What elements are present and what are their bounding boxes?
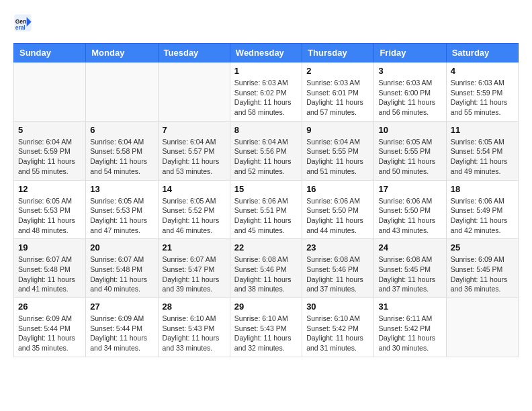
calendar-cell: 29Sunrise: 6:10 AM Sunset: 5:43 PM Dayli…: [230, 298, 302, 357]
day-info: Sunrise: 6:10 AM Sunset: 5:43 PM Dayligh…: [234, 314, 298, 353]
day-number: 28: [163, 302, 226, 312]
day-number: 21: [163, 242, 226, 253]
weekday-header-tuesday: Tuesday: [158, 44, 230, 62]
calendar-week-3: 12Sunrise: 6:05 AM Sunset: 5:53 PM Dayli…: [14, 180, 519, 239]
calendar-cell: 2Sunrise: 6:03 AM Sunset: 6:01 PM Daylig…: [302, 62, 374, 122]
day-number: 29: [234, 302, 298, 312]
day-info: Sunrise: 6:05 AM Sunset: 5:53 PM Dayligh…: [18, 196, 81, 236]
day-number: 31: [378, 302, 441, 312]
day-info: Sunrise: 6:09 AM Sunset: 5:44 PM Dayligh…: [90, 314, 153, 353]
day-info: Sunrise: 6:09 AM Sunset: 5:45 PM Dayligh…: [451, 255, 514, 294]
calendar-cell: 1Sunrise: 6:03 AM Sunset: 6:02 PM Daylig…: [230, 62, 302, 122]
calendar-cell: 5Sunrise: 6:04 AM Sunset: 5:59 PM Daylig…: [14, 121, 86, 180]
calendar-table: SundayMondayTuesdayWednesdayThursdayFrid…: [13, 43, 519, 357]
calendar-cell: 9Sunrise: 6:04 AM Sunset: 5:55 PM Daylig…: [302, 121, 374, 180]
calendar-cell: 22Sunrise: 6:08 AM Sunset: 5:46 PM Dayli…: [230, 239, 302, 298]
day-number: 27: [90, 302, 153, 312]
calendar-cell: 13Sunrise: 6:05 AM Sunset: 5:53 PM Dayli…: [86, 180, 158, 239]
calendar-cell: 21Sunrise: 6:07 AM Sunset: 5:47 PM Dayli…: [158, 239, 230, 298]
day-number: 16: [306, 184, 369, 194]
day-info: Sunrise: 6:09 AM Sunset: 5:44 PM Dayligh…: [18, 314, 81, 353]
day-number: 14: [163, 184, 226, 194]
weekday-header-wednesday: Wednesday: [230, 44, 302, 62]
calendar-cell: [86, 62, 158, 122]
calendar-cell: 28Sunrise: 6:10 AM Sunset: 5:43 PM Dayli…: [158, 298, 230, 357]
day-number: 1: [234, 66, 298, 76]
day-info: Sunrise: 6:04 AM Sunset: 5:56 PM Dayligh…: [234, 137, 298, 177]
logo: Gen eral: [13, 13, 34, 32]
day-info: Sunrise: 6:05 AM Sunset: 5:55 PM Dayligh…: [378, 137, 441, 177]
day-number: 2: [306, 66, 369, 76]
day-info: Sunrise: 6:08 AM Sunset: 5:45 PM Dayligh…: [378, 255, 441, 294]
day-info: Sunrise: 6:04 AM Sunset: 5:55 PM Dayligh…: [306, 137, 369, 177]
weekday-header-monday: Monday: [86, 44, 158, 62]
calendar-cell: 24Sunrise: 6:08 AM Sunset: 5:45 PM Dayli…: [374, 239, 446, 298]
day-info: Sunrise: 6:06 AM Sunset: 5:51 PM Dayligh…: [234, 196, 298, 236]
day-number: 9: [306, 125, 369, 135]
weekday-header-friday: Friday: [374, 44, 446, 62]
day-info: Sunrise: 6:05 AM Sunset: 5:53 PM Dayligh…: [90, 196, 153, 236]
calendar-cell: 16Sunrise: 6:06 AM Sunset: 5:50 PM Dayli…: [302, 180, 374, 239]
calendar-cell: 20Sunrise: 6:07 AM Sunset: 5:48 PM Dayli…: [86, 239, 158, 298]
day-number: 26: [18, 302, 81, 312]
day-info: Sunrise: 6:04 AM Sunset: 5:59 PM Dayligh…: [18, 137, 81, 177]
day-info: Sunrise: 6:08 AM Sunset: 5:46 PM Dayligh…: [234, 255, 298, 294]
calendar-cell: 12Sunrise: 6:05 AM Sunset: 5:53 PM Dayli…: [14, 180, 86, 239]
weekday-header-saturday: Saturday: [446, 44, 518, 62]
day-number: 13: [90, 184, 153, 194]
day-info: Sunrise: 6:05 AM Sunset: 5:54 PM Dayligh…: [451, 137, 514, 177]
day-number: 10: [378, 125, 441, 135]
day-info: Sunrise: 6:04 AM Sunset: 5:57 PM Dayligh…: [163, 137, 226, 177]
calendar-cell: 7Sunrise: 6:04 AM Sunset: 5:57 PM Daylig…: [158, 121, 230, 180]
calendar-cell: [158, 62, 230, 122]
calendar-cell: 15Sunrise: 6:06 AM Sunset: 5:51 PM Dayli…: [230, 180, 302, 239]
logo-icon: Gen eral: [13, 13, 32, 32]
day-info: Sunrise: 6:10 AM Sunset: 5:43 PM Dayligh…: [163, 314, 226, 353]
day-number: 3: [378, 66, 441, 76]
calendar-cell: 30Sunrise: 6:10 AM Sunset: 5:42 PM Dayli…: [302, 298, 374, 357]
weekday-header-sunday: Sunday: [14, 44, 86, 62]
day-number: 25: [451, 242, 514, 253]
day-info: Sunrise: 6:03 AM Sunset: 6:01 PM Dayligh…: [306, 78, 369, 118]
day-info: Sunrise: 6:08 AM Sunset: 5:46 PM Dayligh…: [306, 255, 369, 294]
day-number: 24: [378, 242, 441, 253]
day-info: Sunrise: 6:06 AM Sunset: 5:50 PM Dayligh…: [378, 196, 441, 236]
calendar-cell: 8Sunrise: 6:04 AM Sunset: 5:56 PM Daylig…: [230, 121, 302, 180]
calendar-cell: 23Sunrise: 6:08 AM Sunset: 5:46 PM Dayli…: [302, 239, 374, 298]
calendar-week-4: 19Sunrise: 6:07 AM Sunset: 5:48 PM Dayli…: [14, 239, 519, 298]
calendar-week-1: 1Sunrise: 6:03 AM Sunset: 6:02 PM Daylig…: [14, 62, 519, 122]
day-info: Sunrise: 6:03 AM Sunset: 6:02 PM Dayligh…: [234, 78, 298, 118]
calendar-cell: [446, 298, 518, 357]
day-info: Sunrise: 6:06 AM Sunset: 5:49 PM Dayligh…: [451, 196, 514, 236]
calendar-cell: 6Sunrise: 6:04 AM Sunset: 5:58 PM Daylig…: [86, 121, 158, 180]
calendar-cell: [14, 62, 86, 122]
day-info: Sunrise: 6:07 AM Sunset: 5:47 PM Dayligh…: [163, 255, 226, 294]
day-info: Sunrise: 6:03 AM Sunset: 5:59 PM Dayligh…: [451, 78, 514, 118]
calendar-cell: 19Sunrise: 6:07 AM Sunset: 5:48 PM Dayli…: [14, 239, 86, 298]
day-info: Sunrise: 6:05 AM Sunset: 5:52 PM Dayligh…: [163, 196, 226, 236]
svg-text:eral: eral: [15, 24, 26, 31]
day-number: 15: [234, 184, 298, 194]
calendar-cell: 14Sunrise: 6:05 AM Sunset: 5:52 PM Dayli…: [158, 180, 230, 239]
day-number: 7: [163, 125, 226, 135]
calendar-week-5: 26Sunrise: 6:09 AM Sunset: 5:44 PM Dayli…: [14, 298, 519, 357]
day-number: 23: [306, 242, 369, 253]
calendar-header-row: SundayMondayTuesdayWednesdayThursdayFrid…: [14, 44, 519, 62]
calendar-cell: 17Sunrise: 6:06 AM Sunset: 5:50 PM Dayli…: [374, 180, 446, 239]
day-number: 17: [378, 184, 441, 194]
calendar-cell: 27Sunrise: 6:09 AM Sunset: 5:44 PM Dayli…: [86, 298, 158, 357]
calendar-cell: 11Sunrise: 6:05 AM Sunset: 5:54 PM Dayli…: [446, 121, 518, 180]
page-header: Gen eral: [13, 13, 519, 32]
day-number: 22: [234, 242, 298, 253]
calendar-cell: 10Sunrise: 6:05 AM Sunset: 5:55 PM Dayli…: [374, 121, 446, 180]
weekday-header-thursday: Thursday: [302, 44, 374, 62]
day-number: 11: [451, 125, 514, 135]
day-number: 19: [18, 242, 81, 253]
calendar-cell: 4Sunrise: 6:03 AM Sunset: 5:59 PM Daylig…: [446, 62, 518, 122]
day-number: 5: [18, 125, 81, 135]
day-info: Sunrise: 6:10 AM Sunset: 5:42 PM Dayligh…: [306, 314, 369, 353]
day-number: 8: [234, 125, 298, 135]
day-number: 6: [90, 125, 153, 135]
calendar-cell: 31Sunrise: 6:11 AM Sunset: 5:42 PM Dayli…: [374, 298, 446, 357]
calendar-cell: 18Sunrise: 6:06 AM Sunset: 5:49 PM Dayli…: [446, 180, 518, 239]
